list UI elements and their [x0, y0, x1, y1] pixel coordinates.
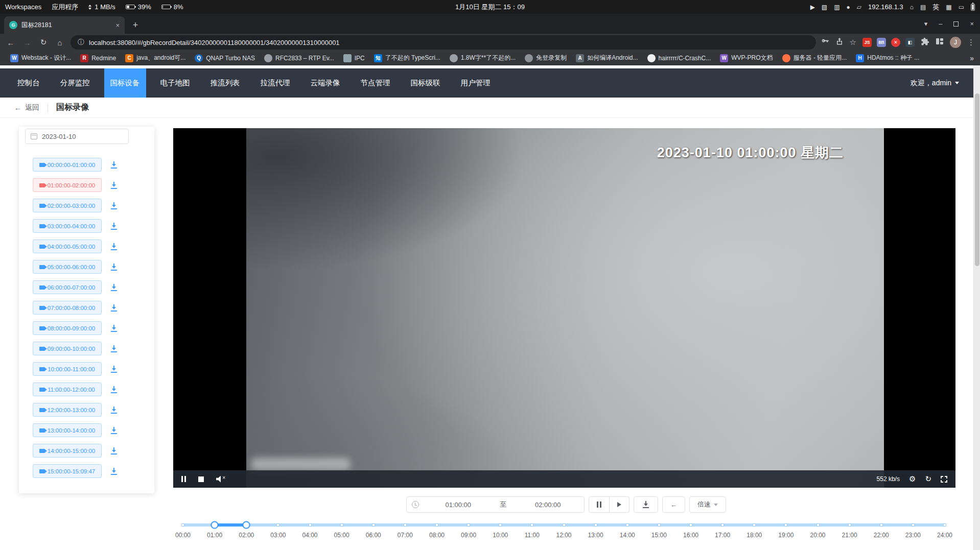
window-minimize-button[interactable]: –	[939, 20, 942, 28]
segment-download-icon[interactable]	[110, 324, 118, 332]
segment-button[interactable]: 12:00:00-13:00:00	[33, 403, 102, 417]
segment-button[interactable]: 06:00:00-07:00:00	[33, 280, 102, 294]
nav-item-10[interactable]: 用户管理	[455, 68, 497, 98]
back-button[interactable]: ← 返回	[14, 103, 39, 112]
timeline-dot[interactable]	[689, 523, 693, 527]
timeline-dot[interactable]	[403, 523, 407, 527]
segment-download-icon[interactable]	[110, 426, 118, 435]
segment-download-icon[interactable]	[110, 345, 118, 353]
range-start-time[interactable]: 01:00:00	[422, 501, 495, 509]
keyboard-icon[interactable]: ▦	[946, 4, 951, 11]
segment-button[interactable]: 07:00:00-08:00:00	[33, 301, 102, 315]
segment-download-icon[interactable]	[110, 222, 118, 230]
back-icon[interactable]: ←	[5, 38, 16, 47]
segment-button[interactable]: 08:00:00-09:00:00	[33, 321, 102, 335]
profile-avatar[interactable]: J	[950, 37, 961, 48]
nav-item-6[interactable]: 拉流代理	[254, 68, 296, 98]
timeline-dot[interactable]	[753, 523, 756, 527]
scrollbar-thumb[interactable]	[975, 93, 979, 266]
segment-button[interactable]: 13:00:00-14:00:00	[33, 423, 102, 437]
bookmark-item[interactable]: WWVP-PRO文档	[716, 52, 777, 64]
tab-search-icon[interactable]: ▾	[924, 20, 928, 28]
screenshot-icon[interactable]: ▧	[822, 4, 827, 11]
segment-download-icon[interactable]	[110, 202, 118, 210]
segment-button[interactable]: 09:00:00-10:00:00	[33, 342, 102, 355]
language-indicator[interactable]: 英	[932, 3, 939, 12]
fullscreen-icon[interactable]	[941, 476, 947, 483]
password-key-icon[interactable]	[821, 37, 829, 47]
timeline-dot[interactable]	[467, 523, 471, 527]
bookmarks-overflow-icon[interactable]: »	[970, 54, 974, 62]
home-icon[interactable]: ⌂	[54, 38, 65, 47]
nav-item-5[interactable]: 推流列表	[204, 68, 246, 98]
clock[interactable]: 1月10日 星期二 15：09	[455, 3, 525, 12]
bookmark-item[interactable]: RFC2833 – RTP Ev...	[260, 53, 338, 64]
display-icon[interactable]: ▭	[959, 4, 964, 11]
timeline-dot[interactable]	[784, 523, 788, 527]
bookmark-item[interactable]: WWebstack - 设计...	[6, 52, 75, 64]
page-scrollbar[interactable]	[973, 65, 980, 550]
segment-download-icon[interactable]	[110, 467, 118, 475]
nav-item-7[interactable]: 云端录像	[305, 68, 346, 98]
segment-button[interactable]: 00:00:00-01:00:00	[33, 158, 102, 172]
timeline-dot[interactable]	[625, 523, 629, 527]
nav-item-1[interactable]: 控制台	[11, 68, 46, 98]
segment-button[interactable]: 03:00:00-04:00:00	[33, 219, 102, 233]
applications-button[interactable]: 应用程序	[52, 3, 78, 12]
user-menu[interactable]: 欢迎，admin	[911, 79, 959, 88]
player-mute-icon[interactable]	[216, 476, 224, 483]
timeline-dot[interactable]	[276, 523, 280, 527]
timeline-handle-end[interactable]	[243, 521, 250, 529]
rewind-button[interactable]: ←	[662, 496, 685, 513]
segment-download-icon[interactable]	[110, 283, 118, 292]
extensions-puzzle-icon[interactable]	[921, 37, 929, 48]
bookmark-item[interactable]: 知了不起的 TypeScri...	[370, 52, 445, 64]
new-tab-button[interactable]: +	[129, 18, 142, 32]
timeline-dot[interactable]	[879, 523, 883, 527]
timeline-dot[interactable]	[848, 523, 851, 527]
segment-download-icon[interactable]	[110, 243, 118, 251]
site-info-icon[interactable]: ⓘ	[78, 38, 84, 47]
segment-download-icon[interactable]	[110, 304, 118, 312]
date-picker-input[interactable]: 2023-01-10	[25, 129, 129, 144]
segment-download-icon[interactable]	[110, 263, 118, 271]
bookmark-item[interactable]: Cjava、android可...	[121, 52, 190, 64]
pause-button[interactable]	[589, 496, 610, 513]
segment-download-icon[interactable]	[110, 386, 118, 394]
timeline-dot[interactable]	[911, 523, 915, 527]
media-play-icon[interactable]: ▶	[810, 4, 815, 11]
timeline-track[interactable]	[183, 523, 945, 527]
segment-button[interactable]: 04:00:00-05:00:00	[33, 240, 102, 253]
bookmark-item[interactable]: 服务器 - 轻量应用...	[778, 52, 851, 64]
bookmark-item[interactable]: HHDAtmos :: 种子 ...	[852, 52, 923, 64]
reload-icon[interactable]: ↻	[38, 38, 49, 47]
player-refresh-icon[interactable]: ↻	[925, 474, 931, 484]
nav-item-9[interactable]: 国标级联	[405, 68, 447, 98]
segment-button[interactable]: 05:00:00-06:00:00	[33, 260, 102, 274]
timeline-dot[interactable]	[530, 523, 534, 527]
timeline-dot[interactable]	[943, 523, 947, 527]
extension-icon[interactable]: JS	[862, 38, 872, 47]
timeline-dot[interactable]	[308, 523, 312, 527]
home-icon[interactable]: ⌂	[910, 4, 914, 11]
nav-item-3[interactable]: 国标设备	[104, 68, 146, 98]
play-button[interactable]	[610, 496, 629, 513]
timeline-dot[interactable]	[594, 523, 597, 527]
extension-icon[interactable]: 8B	[877, 38, 886, 47]
extension-icon[interactable]: ✕	[891, 38, 900, 47]
segment-button[interactable]: 15:00:00-15:09:47	[33, 464, 102, 478]
window-switch-icon[interactable]: ▤	[920, 4, 926, 11]
extension-icon[interactable]: ◧	[905, 38, 915, 47]
clipboard-icon[interactable]: ▥	[834, 4, 839, 11]
timeline-dot[interactable]	[657, 523, 661, 527]
segment-download-icon[interactable]	[110, 447, 118, 455]
address-bar[interactable]: ⓘ localhost:38080/#/gbRecordDetail/34020…	[71, 35, 816, 50]
timeline-dot[interactable]	[181, 523, 185, 527]
time-range-picker[interactable]: 01:00:00 至 02:00:00	[406, 496, 585, 513]
tab-close-icon[interactable]: ×	[115, 21, 120, 29]
workspaces-button[interactable]: Workspaces	[5, 3, 41, 11]
segment-button[interactable]: 01:00:00-02:00:00	[33, 178, 102, 192]
window-close-button[interactable]: ×	[970, 20, 974, 28]
nav-item-2[interactable]: 分屏监控	[54, 68, 96, 98]
bookmark-item[interactable]: A如何编译Android...	[572, 52, 642, 64]
